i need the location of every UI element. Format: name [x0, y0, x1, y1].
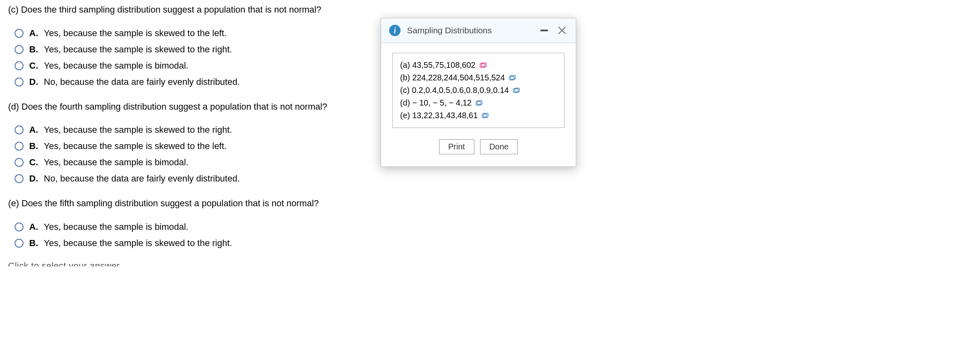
data-text: (d) − 10, − 5, − 4,12 — [400, 98, 472, 108]
sampling-distributions-popup: i Sampling Distributions (a) 43,55,75,10… — [381, 18, 576, 167]
option-text: Yes, because the sample is skewed to the… — [44, 238, 232, 248]
radio-c-c[interactable] — [15, 61, 24, 70]
data-line-d: (d) − 10, − 5, − 4,12 — [400, 97, 557, 109]
copy-icon[interactable] — [509, 75, 516, 81]
data-box: (a) 43,55,75,108,602 (b) 224,228,244,504… — [392, 53, 564, 128]
data-text: (b) 224,228,244,504,515,524 — [400, 73, 505, 82]
option-letter: A. — [29, 28, 40, 39]
popup-body: (a) 43,55,75,108,602 (b) 224,228,244,504… — [381, 43, 576, 166]
option-letter: B. — [29, 238, 40, 248]
option-text: No, because the data are fairly evenly d… — [44, 77, 240, 87]
option-letter: A. — [29, 222, 40, 232]
option-d-d: D. No, because the data are fairly evenl… — [15, 173, 972, 184]
option-text: Yes, because the sample is skewed to the… — [44, 125, 232, 135]
cutoff-instruction-text: Click to select your answer — [8, 261, 972, 266]
option-text: Yes, because the sample is bimodal. — [44, 157, 188, 168]
radio-d-c[interactable] — [15, 158, 24, 167]
data-line-a: (a) 43,55,75,108,602 — [400, 59, 557, 71]
page-root: (c) Does the third sampling distribution… — [0, 0, 980, 337]
popup-title: Sampling Distributions — [407, 26, 532, 35]
copy-icon[interactable] — [482, 113, 489, 119]
copy-icon[interactable] — [476, 100, 483, 106]
popup-header: i Sampling Distributions — [381, 18, 576, 43]
option-e-a: A. Yes, because the sample is bimodal. — [15, 222, 972, 232]
radio-c-d[interactable] — [15, 78, 24, 86]
option-letter: D. — [29, 77, 40, 87]
option-text: Yes, because the sample is skewed to the… — [44, 44, 232, 55]
radio-d-a[interactable] — [15, 125, 24, 134]
popup-button-row: Print Done — [392, 139, 564, 157]
radio-c-a[interactable] — [15, 29, 24, 38]
close-button[interactable] — [556, 25, 568, 36]
option-text: Yes, because the sample is skewed to the… — [44, 28, 226, 39]
option-letter: C. — [29, 157, 40, 168]
radio-d-b[interactable] — [15, 142, 24, 151]
option-letter: B. — [29, 44, 40, 55]
option-letter: D. — [29, 173, 40, 184]
option-letter: B. — [29, 141, 40, 151]
option-text: No, because the data are fairly evenly d… — [44, 173, 240, 184]
minimize-button[interactable] — [538, 25, 550, 36]
data-line-e: (e) 13,22,31,43,48,61 — [400, 109, 557, 122]
radio-d-d[interactable] — [15, 174, 24, 183]
minimize-icon — [541, 30, 548, 31]
radio-c-b[interactable] — [15, 45, 24, 54]
done-button[interactable]: Done — [480, 139, 518, 154]
option-letter: A. — [29, 125, 40, 135]
radio-e-b[interactable] — [15, 239, 24, 248]
question-e-options: A. Yes, because the sample is bimodal. B… — [8, 222, 972, 248]
info-icon: i — [389, 25, 401, 36]
data-line-c: (c) 0.2,0.4,0.5,0.6,0.8,0.9,0.14 — [400, 84, 557, 97]
option-text: Yes, because the sample is bimodal. — [44, 60, 188, 71]
data-text: (c) 0.2,0.4,0.5,0.6,0.8,0.9,0.14 — [400, 86, 509, 95]
data-text: (a) 43,55,75,108,602 — [400, 60, 476, 70]
close-icon — [558, 26, 566, 35]
option-e-b: B. Yes, because the sample is skewed to … — [15, 238, 972, 248]
data-text: (e) 13,22,31,43,48,61 — [400, 111, 478, 120]
option-text: Yes, because the sample is bimodal. — [44, 222, 188, 232]
question-e-prompt: (e) Does the fifth sampling distribution… — [8, 198, 972, 210]
option-text: Yes, because the sample is skewed to the… — [44, 141, 226, 151]
data-line-b: (b) 224,228,244,504,515,524 — [400, 71, 557, 84]
copy-icon[interactable] — [480, 63, 487, 68]
option-letter: C. — [29, 60, 40, 71]
radio-e-a[interactable] — [15, 223, 24, 231]
question-c-prompt: (c) Does the third sampling distribution… — [8, 4, 972, 16]
print-button[interactable]: Print — [439, 139, 474, 154]
copy-icon[interactable] — [513, 88, 520, 93]
